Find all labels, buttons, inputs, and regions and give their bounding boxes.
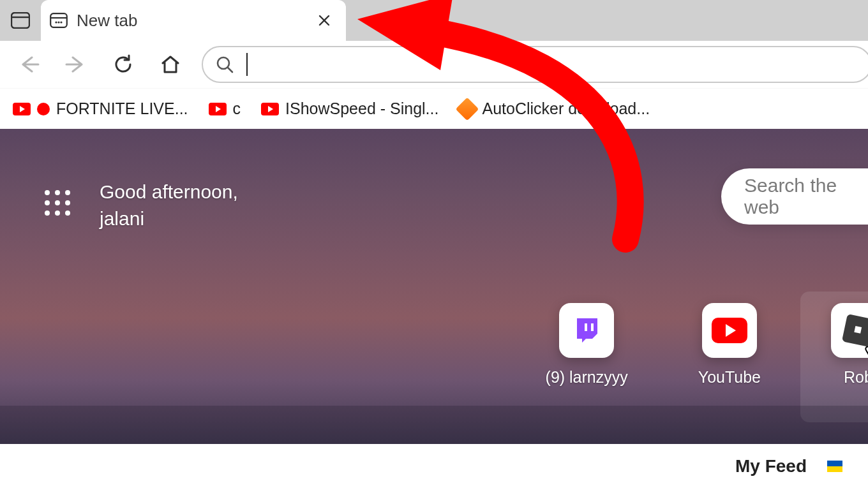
- newtab-content: Good afternoon, jalani Search the web (9…: [0, 129, 868, 444]
- quick-link-label: (9) larnzyyy: [546, 368, 628, 387]
- page-settings-button[interactable]: [45, 190, 70, 216]
- svg-point-5: [57, 21, 59, 23]
- text-cursor: [246, 53, 248, 76]
- greeting-line2: jalani: [100, 205, 238, 232]
- web-search-box[interactable]: Search the web: [721, 168, 868, 225]
- bookmarks-bar: FORTNITE LIVE... c IShowSpeed - Singl...…: [0, 88, 868, 129]
- youtube-icon: [209, 103, 227, 115]
- navigation-toolbar: [0, 41, 868, 88]
- twitch-icon: [572, 316, 601, 345]
- svg-rect-11: [585, 323, 587, 331]
- quick-link-label: YouTube: [698, 368, 761, 387]
- svg-line-10: [228, 68, 232, 72]
- greeting-line1: Good afternoon,: [100, 179, 238, 205]
- tab-actions-button[interactable]: [0, 0, 41, 41]
- close-icon: [318, 15, 330, 26]
- home-icon: [160, 54, 181, 75]
- hand-cursor-icon: [863, 336, 868, 366]
- refresh-icon: [113, 54, 133, 75]
- forward-button[interactable]: [54, 45, 98, 84]
- feed-header: My Feed: [0, 444, 868, 488]
- ukraine-flag-icon[interactable]: [827, 461, 842, 472]
- tab-close-button[interactable]: [314, 10, 334, 31]
- svg-point-4: [55, 21, 57, 23]
- autoclicker-icon: [456, 97, 479, 121]
- arrow-left-icon: [18, 55, 40, 74]
- tab-overview-icon: [11, 12, 30, 29]
- back-button[interactable]: [6, 45, 51, 84]
- youtube-icon: [712, 318, 747, 343]
- bookmark-label: FORTNITE LIVE...: [56, 100, 188, 118]
- bookmark-item[interactable]: IShowSpeed - Singl...: [251, 94, 449, 124]
- svg-rect-0: [11, 13, 29, 28]
- svg-rect-2: [50, 13, 67, 27]
- arrow-right-icon: [65, 55, 87, 74]
- home-button[interactable]: [148, 45, 193, 84]
- address-bar[interactable]: [202, 46, 868, 83]
- newtab-icon: [50, 13, 68, 28]
- youtube-icon: [13, 103, 31, 115]
- web-search-placeholder: Search the web: [744, 175, 868, 218]
- refresh-button[interactable]: [101, 45, 146, 84]
- live-dot-icon: [37, 103, 50, 115]
- quick-link-youtube[interactable]: YouTube: [698, 303, 761, 387]
- search-icon: [216, 55, 234, 73]
- myfeed-tab[interactable]: My Feed: [735, 456, 807, 477]
- quick-link-roblox[interactable]: Rob: [831, 303, 868, 387]
- quick-link-label: Rob: [844, 368, 868, 387]
- bookmark-label: AutoClicker download...: [482, 100, 650, 118]
- quick-link-twitch[interactable]: (9) larnzyyy: [546, 303, 628, 387]
- quick-links-row: (9) larnzyyy YouTube Rob: [546, 303, 868, 387]
- tab-title: New tab: [77, 11, 305, 31]
- bookmark-item[interactable]: AutoClicker download...: [449, 94, 660, 124]
- svg-rect-12: [591, 323, 594, 331]
- browser-tab[interactable]: New tab: [41, 0, 346, 41]
- greeting-text: Good afternoon, jalani: [100, 179, 238, 232]
- youtube-icon: [261, 103, 279, 115]
- tab-strip: New tab: [0, 0, 868, 41]
- bookmark-item[interactable]: FORTNITE LIVE...: [3, 94, 198, 124]
- bookmark-label: c: [233, 100, 241, 118]
- svg-point-6: [60, 21, 62, 23]
- bookmark-item[interactable]: c: [198, 94, 251, 124]
- bookmark-label: IShowSpeed - Singl...: [285, 100, 438, 118]
